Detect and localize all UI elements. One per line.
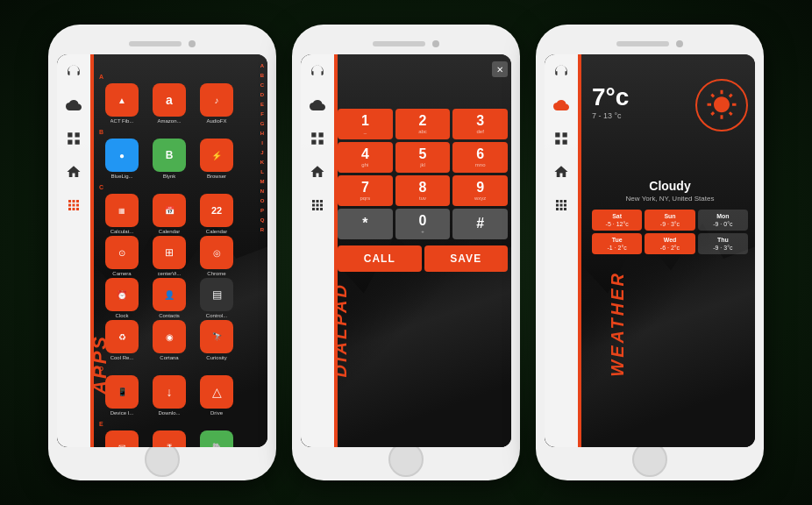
- sidebar-icon-cloud-2[interactable]: [307, 95, 328, 116]
- alpha-b[interactable]: B: [257, 71, 267, 81]
- app-centerview[interactable]: ⊞ centerVi...: [146, 236, 192, 276]
- sidebar-icon-home-3[interactable]: [551, 161, 572, 182]
- dialpad-close-button[interactable]: ✕: [492, 61, 508, 77]
- app-icon-centerview: ⊞: [153, 236, 186, 269]
- orange-accent-bar-2: [334, 54, 338, 447]
- weather-vertical-label: WEATHER: [608, 271, 628, 377]
- app-clock[interactable]: ⏰ Clock: [99, 278, 145, 318]
- app-emical[interactable]: ₹ EMI Cal...: [146, 430, 192, 447]
- dial-num-1: 1: [361, 114, 369, 128]
- app-label-clock: Clock: [115, 313, 128, 318]
- app-contacts[interactable]: 👤 Contacts: [146, 278, 192, 318]
- speaker-3: [616, 41, 669, 46]
- alpha-q[interactable]: Q: [257, 216, 267, 225]
- alpha-e[interactable]: E: [257, 100, 267, 110]
- sidebar-icon-cloud[interactable]: [63, 95, 84, 116]
- dial-key-hash[interactable]: #: [452, 209, 508, 239]
- alpha-c[interactable]: C: [257, 81, 267, 90]
- dial-key-5[interactable]: 5 jkl: [395, 142, 451, 173]
- alpha-a[interactable]: A: [257, 61, 267, 71]
- sidebar-icon-headphone[interactable]: [63, 61, 84, 82]
- dial-key-9[interactable]: 9 wxyz: [452, 175, 508, 206]
- save-button[interactable]: SAVE: [424, 245, 509, 272]
- app-label-centerview: centerVi...: [158, 271, 182, 276]
- dial-key-2[interactable]: 2 abc: [395, 109, 451, 139]
- alpha-k[interactable]: K: [257, 158, 267, 167]
- sidebar-icon-headphone-3[interactable]: [551, 61, 572, 82]
- phone-dialpad: ✕ 1 _ 2 abc 3 def 4 ghi: [292, 25, 520, 480]
- sidebar-icon-apps-3[interactable]: [551, 195, 572, 216]
- weather-day-mon[interactable]: Mon -9 · 0°c: [698, 210, 748, 231]
- call-button[interactable]: CALL: [338, 245, 422, 272]
- alpha-i[interactable]: I: [257, 139, 267, 148]
- app-control[interactable]: ▤ Control...: [194, 278, 239, 318]
- sidebar-icon-apps-2[interactable]: [307, 195, 328, 216]
- sidebar-icon-apps[interactable]: [63, 195, 84, 216]
- phone-bottom-2: [301, 447, 511, 472]
- weather-location: New York, NY, United States: [592, 195, 748, 203]
- app-actfib[interactable]: ▲ ACT Fib...: [99, 83, 145, 124]
- weather-day-thu[interactable]: Thu -9 · 3°c: [698, 233, 748, 254]
- weather-day-sat[interactable]: Sat -5 · 12°c: [592, 210, 642, 231]
- sidebar-icon-grid-2[interactable]: [307, 128, 328, 149]
- app-bluelight[interactable]: ● BlueLig...: [99, 139, 145, 179]
- weather-day-sun[interactable]: Sun -9 · 3°c: [645, 210, 694, 231]
- app-calendar1[interactable]: 📅 Calendar: [146, 194, 192, 234]
- phone-top-bar-2: [301, 33, 511, 54]
- dial-key-6[interactable]: 6 mno: [452, 142, 508, 173]
- app-icon-blynk: B: [153, 139, 186, 172]
- app-chrome[interactable]: ◎ Chrome: [194, 236, 239, 276]
- app-drive[interactable]: △ Drive: [194, 375, 239, 416]
- app-evernote[interactable]: 🐘 Evernote: [194, 430, 239, 447]
- sidebar-icon-home[interactable]: [63, 161, 84, 182]
- app-downloads[interactable]: ↓ Downlo...: [146, 375, 192, 416]
- day-temp-sat: -5 · 12°c: [595, 221, 638, 227]
- home-button-3[interactable]: [632, 442, 667, 477]
- weather-day-wed[interactable]: Wed -6 · 2°c: [645, 233, 694, 254]
- dial-key-1[interactable]: 1 _: [338, 109, 393, 139]
- app-browser[interactable]: ⚡ Browser: [194, 139, 239, 179]
- app-amazon[interactable]: a Amazon...: [146, 83, 192, 124]
- alpha-g[interactable]: G: [257, 119, 267, 129]
- sidebar-icon-home-2[interactable]: [307, 161, 328, 182]
- alpha-f[interactable]: F: [257, 110, 267, 119]
- alpha-p[interactable]: P: [257, 206, 267, 216]
- app-curiosity[interactable]: 🔭 Curiosity: [194, 320, 239, 360]
- alpha-n[interactable]: N: [257, 187, 267, 196]
- app-icon-browser: ⚡: [200, 139, 233, 172]
- home-button-2[interactable]: [388, 442, 424, 477]
- alpha-d[interactable]: D: [257, 90, 267, 100]
- dial-letters-7: pqrs: [360, 196, 370, 201]
- home-button[interactable]: [145, 442, 180, 477]
- dial-key-4[interactable]: 4 ghi: [338, 142, 393, 173]
- dial-key-0[interactable]: 0 +: [395, 209, 451, 239]
- alphabet-bar[interactable]: A B C D E F G H I J K L M N O P Q R: [257, 54, 267, 447]
- dial-letters-0: +: [421, 229, 424, 234]
- app-email[interactable]: ✉ Email: [99, 430, 145, 447]
- sidebar-icon-grid[interactable]: [63, 128, 84, 149]
- alpha-m[interactable]: M: [257, 177, 267, 187]
- app-icon-amazon: a: [153, 83, 186, 117]
- app-blynk[interactable]: B Blynk: [146, 139, 192, 179]
- app-camera[interactable]: ⊙ Camera: [99, 236, 145, 276]
- sidebar-icon-grid-3[interactable]: [551, 128, 572, 149]
- app-label-amazon: Amazon...: [157, 118, 181, 124]
- alpha-l[interactable]: L: [257, 167, 267, 177]
- dial-key-8[interactable]: 8 tuv: [395, 175, 451, 206]
- app-calculator[interactable]: ▦ Calculat...: [99, 194, 145, 234]
- app-audiofx[interactable]: ♪ AudioFX: [194, 83, 239, 124]
- alpha-o[interactable]: O: [257, 196, 267, 206]
- app-calendar2[interactable]: 22 Calendar: [194, 194, 239, 234]
- dial-key-star[interactable]: *: [338, 209, 393, 239]
- app-cortana[interactable]: ◉ Cortana: [146, 320, 192, 360]
- dial-key-7[interactable]: 7 pqrs: [338, 175, 393, 206]
- sidebar-icon-cloud-3[interactable]: [551, 95, 572, 116]
- section-d-label: D: [96, 364, 255, 373]
- weather-day-tue[interactable]: Tue -1 · 2°c: [592, 233, 642, 254]
- dial-key-3[interactable]: 3 def: [452, 109, 508, 139]
- alpha-j[interactable]: J: [257, 148, 267, 158]
- app-icon-chrome: ◎: [200, 236, 233, 269]
- alpha-r[interactable]: R: [257, 225, 267, 235]
- alpha-h[interactable]: H: [257, 129, 267, 139]
- sidebar-icon-headphone-2[interactable]: [307, 61, 328, 82]
